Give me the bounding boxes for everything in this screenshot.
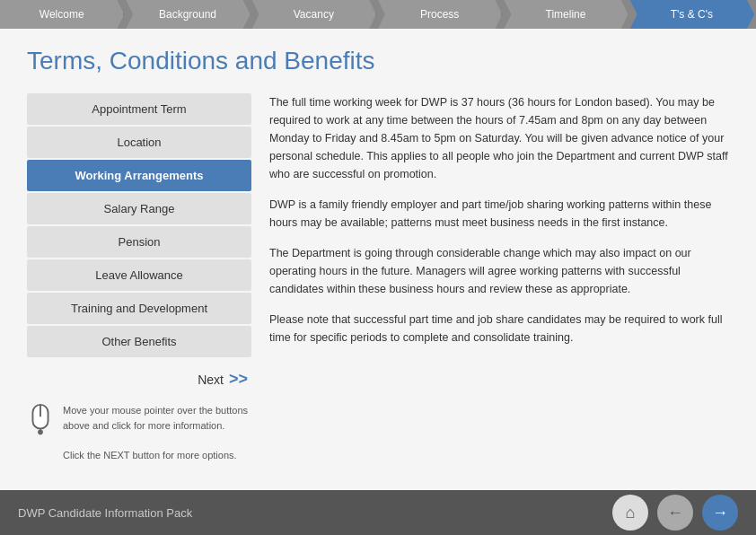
sidebar-btn-pension[interactable]: Pension xyxy=(27,226,251,258)
sidebar-btn-working-arrangements[interactable]: Working Arrangements xyxy=(27,160,251,191)
footer: DWP Candidate Information Pack ⌂ ← → xyxy=(0,490,756,535)
page-title: Terms, Conditions and Benefits xyxy=(27,47,729,75)
nav-item-timeline[interactable]: Timeline xyxy=(504,0,628,29)
sidebar-btn-training-and-development[interactable]: Training and Development xyxy=(27,293,251,324)
forward-button[interactable]: → xyxy=(702,495,738,531)
content-area: Appointment TermLocationWorking Arrangem… xyxy=(27,93,729,481)
sidebar-btn-other-benefits[interactable]: Other Benefits xyxy=(27,326,251,357)
sidebar: Appointment TermLocationWorking Arrangem… xyxy=(27,93,251,481)
next-label: Next xyxy=(198,373,224,387)
hint-text: Move your mouse pointer over the buttons… xyxy=(63,403,251,462)
sidebar-btn-salary-range[interactable]: Salary Range xyxy=(27,193,251,224)
nav-item-process[interactable]: Process xyxy=(378,0,502,29)
hint-line1: Move your mouse pointer over the buttons… xyxy=(63,403,251,433)
back-button[interactable]: ← xyxy=(657,495,693,531)
nav-item-welcome[interactable]: Welcome xyxy=(0,0,124,29)
right-content: The full time working week for DWP is 37… xyxy=(269,93,729,481)
home-button[interactable]: ⌂ xyxy=(612,495,648,531)
footer-title: DWP Candidate Information Pack xyxy=(18,506,192,520)
next-button[interactable]: Next>> xyxy=(27,370,251,389)
hint-area: Move your mouse pointer over the buttons… xyxy=(27,403,251,462)
content-paragraph: Please note that successful part time an… xyxy=(269,311,729,346)
hint-line2: Click the NEXT button for more options. xyxy=(63,448,251,463)
footer-buttons: ⌂ ← → xyxy=(612,495,738,531)
nav-item-background[interactable]: Background xyxy=(126,0,250,29)
next-arrows-icon: >> xyxy=(229,370,248,389)
nav-item-t-s-&-c-s[interactable]: T's & C's xyxy=(630,0,754,29)
nav-item-vacancy[interactable]: Vacancy xyxy=(252,0,376,29)
mouse-icon xyxy=(27,403,54,437)
content-paragraph: The Department is going through consider… xyxy=(269,244,729,298)
sidebar-btn-leave-allowance[interactable]: Leave Allowance xyxy=(27,259,251,291)
content-paragraph: The full time working week for DWP is 37… xyxy=(269,93,729,183)
content-paragraph: DWP is a family friendly employer and pa… xyxy=(269,196,729,232)
sidebar-btn-location[interactable]: Location xyxy=(27,127,251,158)
top-nav: WelcomeBackgroundVacancyProcessTimelineT… xyxy=(0,0,756,29)
main-content: Terms, Conditions and Benefits Appointme… xyxy=(0,29,756,490)
sidebar-btn-appointment-term[interactable]: Appointment Term xyxy=(27,93,251,125)
